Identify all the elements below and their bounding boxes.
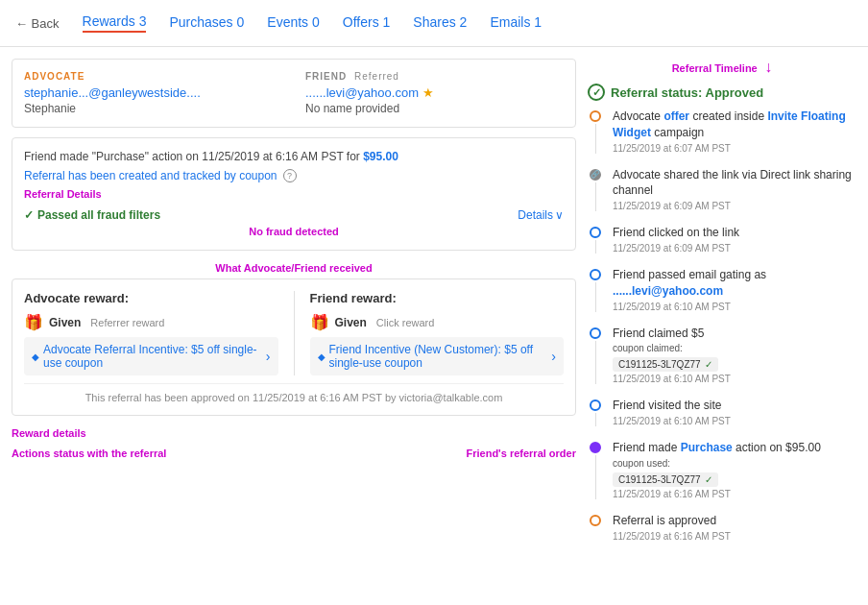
timeline-text: Friend clicked on the link bbox=[613, 225, 856, 241]
friend-given-sub: Click reward bbox=[376, 317, 435, 328]
back-button[interactable]: ← Back bbox=[15, 16, 60, 31]
tab-events[interactable]: Events 0 bbox=[267, 14, 320, 32]
info-icon: ? bbox=[283, 169, 297, 182]
gift-icon-advocate: 🎁 bbox=[24, 313, 43, 331]
timeline-item: Friend passed email gating as ......levi… bbox=[588, 267, 856, 312]
annotation-what-received: What Advocate/Friend received bbox=[215, 262, 372, 274]
timeline-item: Friend claimed $5 coupon claimed: C19112… bbox=[588, 326, 856, 385]
timeline-dot: 🔗 bbox=[590, 169, 601, 181]
timeline-line bbox=[595, 455, 596, 499]
timeline-line bbox=[595, 240, 596, 254]
timeline-text: Advocate shared the link via Direct link… bbox=[613, 167, 856, 200]
friend-col: FRIEND Referred ......levi@yahoo.com ★ N… bbox=[305, 71, 564, 115]
diamond-icon-friend: ◆ bbox=[318, 351, 326, 362]
coupon-used-badge: C191125-3L7QZ77 ✓ bbox=[613, 472, 718, 487]
friend-label: FRIEND Referred bbox=[305, 71, 564, 82]
advocate-label: ADVOCATE bbox=[24, 71, 282, 82]
top-nav: ← Back Rewards 3 Purchases 0 Events 0 Of… bbox=[0, 0, 868, 47]
timeline-content: Friend made Purchase action on $95.00 co… bbox=[613, 440, 856, 499]
coupon-tracking-link[interactable]: Referral has been created and tracked by… bbox=[24, 169, 277, 182]
timeline-dot bbox=[590, 227, 601, 238]
timeline-time: 11/25/2019 at 6:09 AM PST bbox=[613, 243, 856, 254]
timeline-item: Friend clicked on the link 11/25/2019 at… bbox=[588, 225, 856, 254]
timeline-dot bbox=[590, 327, 601, 339]
timeline-time: 11/25/2019 at 6:16 AM PST bbox=[613, 489, 856, 499]
timeline-content: Friend clicked on the link 11/25/2019 at… bbox=[613, 225, 856, 254]
tab-emails[interactable]: Emails 1 bbox=[490, 14, 542, 32]
friend-reward-chevron[interactable]: › bbox=[551, 349, 556, 364]
timeline-text: Referral is approved bbox=[613, 513, 856, 529]
timeline-text: Friend made Purchase action on $95.00 bbox=[613, 440, 856, 456]
right-panel: Referral Timeline ↓ ✓ Referral status: A… bbox=[588, 59, 856, 555]
chevron-down-icon: ∨ bbox=[555, 208, 564, 222]
timeline-text: Friend claimed $5 bbox=[613, 326, 856, 342]
friend-reward-text: ◆ Friend Incentive (New Customer): $5 of… bbox=[318, 343, 552, 370]
timeline-item: Referral is approved 11/25/2019 at 6:16 … bbox=[588, 513, 856, 542]
timeline-line bbox=[595, 282, 596, 312]
friend-email[interactable]: ......levi@yahoo.com ★ bbox=[305, 85, 564, 100]
timeline-item: Advocate offer created inside Invite Flo… bbox=[588, 109, 856, 154]
timeline-item: Friend made Purchase action on $95.00 co… bbox=[588, 440, 856, 499]
advocate-friend-card: ADVOCATE stephanie...@ganleywestside....… bbox=[12, 59, 576, 128]
timeline-time: 11/25/2019 at 6:16 AM PST bbox=[613, 531, 856, 542]
advocate-given-label: Given bbox=[49, 316, 81, 329]
advocate-reward-chevron[interactable]: › bbox=[266, 349, 271, 364]
coupon-used-label: coupon used: bbox=[613, 458, 670, 469]
coupon-badge: C191125-3L7QZ77 ✓ bbox=[613, 357, 718, 372]
timeline-content: Friend passed email gating as ......levi… bbox=[613, 267, 856, 312]
coupon-claimed-label: coupon claimed: bbox=[613, 343, 683, 353]
referral-status-approved: ✓ Referral status: Approved bbox=[588, 84, 856, 101]
details-button[interactable]: Details ∨ bbox=[518, 208, 564, 222]
friend-reward-item[interactable]: ◆ Friend Incentive (New Customer): $5 of… bbox=[310, 337, 565, 375]
advocate-reward-col: Advocate reward: 🎁 Given Referrer reward… bbox=[24, 291, 278, 375]
annotation-referral-timeline: Referral Timeline bbox=[672, 62, 758, 74]
friend-reward-title: Friend reward: bbox=[310, 291, 565, 305]
friend-reward-col: Friend reward: 🎁 Given Click reward ◆ Fr… bbox=[310, 291, 565, 375]
timeline-dot bbox=[590, 399, 601, 411]
tab-offers[interactable]: Offers 1 bbox=[343, 14, 391, 32]
timeline: Advocate offer created inside Invite Flo… bbox=[588, 109, 856, 542]
divider-vertical bbox=[294, 291, 295, 375]
advocate-reward-given: 🎁 Given Referrer reward bbox=[24, 313, 278, 331]
friend-reward-given: 🎁 Given Click reward bbox=[310, 313, 565, 331]
main-content: ADVOCATE stephanie...@ganleywestside....… bbox=[0, 47, 868, 567]
checkmark-icon: ✓ bbox=[24, 208, 34, 222]
timeline-time: 11/25/2019 at 6:10 AM PST bbox=[613, 416, 856, 426]
tab-shares[interactable]: Shares 2 bbox=[413, 14, 467, 32]
arrow-down-icon: ↓ bbox=[764, 59, 772, 75]
timeline-line bbox=[595, 124, 596, 154]
friend-no-name: No name provided bbox=[305, 102, 564, 115]
advocate-given-sub: Referrer reward bbox=[90, 317, 164, 328]
timeline-line bbox=[595, 182, 596, 212]
timeline-time: 11/25/2019 at 6:10 AM PST bbox=[613, 302, 856, 312]
purchase-amount: $95.00 bbox=[363, 150, 398, 163]
advocate-reward-title: Advocate reward: bbox=[24, 291, 278, 305]
annotation-referral-details: Referral Details bbox=[24, 188, 102, 200]
advocate-col: ADVOCATE stephanie...@ganleywestside....… bbox=[24, 71, 282, 115]
timeline-content: Advocate shared the link via Direct link… bbox=[613, 167, 856, 212]
advocate-email[interactable]: stephanie...@ganleywestside.... bbox=[24, 85, 282, 100]
advocate-reward-text: ◆ Advocate Referral Incentive: $5 off si… bbox=[32, 343, 266, 370]
timeline-content: Friend claimed $5 coupon claimed: C19112… bbox=[613, 326, 856, 385]
tab-purchases[interactable]: Purchases 0 bbox=[169, 14, 244, 32]
timeline-dot bbox=[590, 515, 601, 526]
timeline-line bbox=[595, 341, 596, 385]
advocate-name: Stephanie bbox=[24, 102, 282, 115]
fraud-passed: ✓ Passed all fraud filters bbox=[24, 208, 160, 222]
purchase-info-text: Friend made "Purchase" action on 11/25/2… bbox=[24, 150, 564, 163]
diamond-icon: ◆ bbox=[32, 351, 39, 362]
timeline-time: 11/25/2019 at 6:07 AM PST bbox=[613, 143, 856, 154]
timeline-dot bbox=[590, 110, 601, 122]
check-icon: ✓ bbox=[705, 474, 712, 485]
tab-rewards[interactable]: Rewards 3 bbox=[83, 13, 147, 33]
gift-icon-friend: 🎁 bbox=[310, 313, 329, 331]
timeline-content: Advocate offer created inside Invite Flo… bbox=[613, 109, 856, 154]
timeline-content: Friend visited the site 11/25/2019 at 6:… bbox=[613, 398, 856, 426]
advocate-reward-item[interactable]: ◆ Advocate Referral Incentive: $5 off si… bbox=[24, 337, 278, 375]
annotation-no-fraud: No fraud detected bbox=[249, 226, 339, 237]
timeline-text: Advocate offer created inside Invite Flo… bbox=[613, 109, 856, 141]
left-panel: ADVOCATE stephanie...@ganleywestside....… bbox=[12, 59, 576, 555]
timeline-text: Friend visited the site bbox=[613, 398, 856, 414]
rewards-box: Advocate reward: 🎁 Given Referrer reward… bbox=[12, 278, 576, 416]
timeline-text: Friend passed email gating as ......levi… bbox=[613, 267, 856, 300]
